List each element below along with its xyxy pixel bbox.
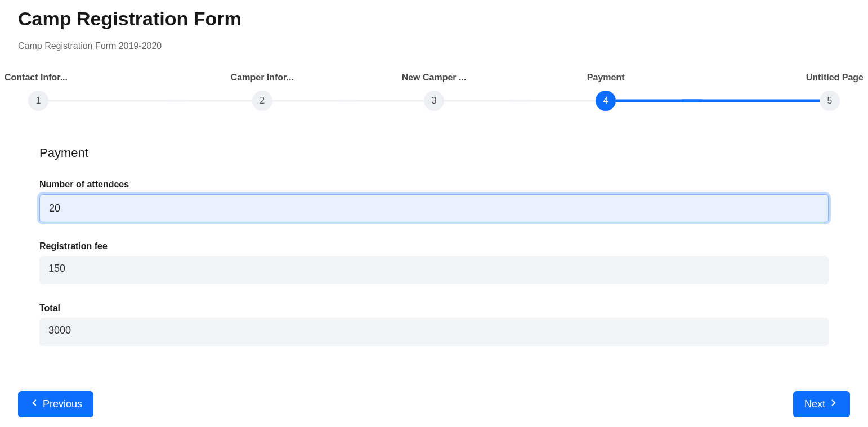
previous-button[interactable]: Previous bbox=[18, 391, 93, 417]
step-contact-info[interactable]: Contact Infor... 1 bbox=[5, 73, 176, 111]
step-label: Untitled Page bbox=[806, 73, 863, 83]
step-label: Contact Infor... bbox=[5, 73, 68, 83]
step-connector bbox=[510, 100, 596, 102]
step-label: Payment bbox=[587, 73, 625, 83]
step-untitled[interactable]: Untitled Page 5 bbox=[692, 73, 863, 111]
field-label: Number of attendees bbox=[39, 179, 829, 190]
page-title: Camp Registration Form bbox=[18, 8, 850, 30]
next-button[interactable]: Next bbox=[793, 391, 850, 417]
field-label: Registration fee bbox=[39, 241, 829, 251]
step-label: Camper Infor... bbox=[231, 73, 294, 83]
step-new-camper[interactable]: New Camper ... 3 bbox=[348, 73, 520, 111]
step-circle: 3 bbox=[424, 91, 444, 111]
field-number-of-attendees: Number of attendees bbox=[39, 179, 829, 222]
step-circle: 5 bbox=[820, 91, 840, 111]
step-payment[interactable]: Payment 4 bbox=[520, 73, 692, 111]
step-label: New Camper ... bbox=[402, 73, 467, 83]
next-button-label: Next bbox=[804, 398, 825, 410]
total-display: 3000 bbox=[39, 318, 829, 346]
step-connector bbox=[682, 100, 820, 102]
page-subtitle: Camp Registration Form 2019-2020 bbox=[18, 41, 850, 51]
attendees-input[interactable] bbox=[39, 194, 829, 222]
stepper: Contact Infor... 1 Camper Infor... 2 New… bbox=[0, 73, 868, 111]
registration-fee-display: 150 bbox=[39, 256, 829, 284]
step-connector bbox=[166, 100, 252, 102]
previous-button-label: Previous bbox=[43, 398, 82, 410]
step-connector bbox=[338, 100, 424, 102]
section-title-payment: Payment bbox=[39, 146, 829, 160]
step-camper-info[interactable]: Camper Infor... 2 bbox=[176, 73, 348, 111]
field-registration-fee: Registration fee 150 bbox=[39, 241, 829, 284]
chevron-left-icon bbox=[29, 398, 39, 411]
step-circle: 1 bbox=[28, 91, 48, 111]
step-circle: 4 bbox=[596, 91, 616, 111]
chevron-right-icon bbox=[829, 398, 839, 411]
field-label: Total bbox=[39, 303, 829, 313]
step-circle: 2 bbox=[252, 91, 272, 111]
field-total: Total 3000 bbox=[39, 303, 829, 346]
